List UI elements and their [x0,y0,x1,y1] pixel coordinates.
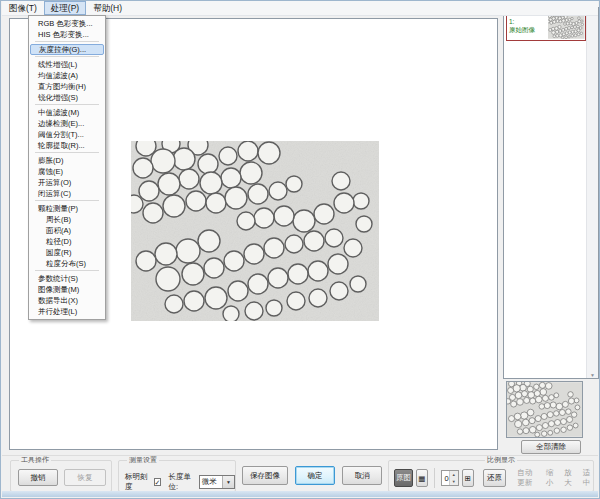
grid-view-button[interactable]: ▦ [416,469,428,487]
dropdown-menu: RGB 色彩变换...HIS 色彩变换...灰度拉伸(G)...线性增强(L)均… [28,15,106,320]
menu-separator [35,41,99,42]
zoom-value: 0 [442,471,449,485]
group-measure: 测量设置 标明刻度 ✓ 长度单位: 微米 ▼ [118,460,236,492]
history-list[interactable]: 1: 原始图像 ▲ ▼ [503,7,599,379]
dropdown-menu-item-23[interactable]: 粒径(D) [30,236,104,247]
dropdown-menu-item-13[interactable]: 轮廓提取(R)... [30,140,104,151]
dropdown-menu-item-1[interactable]: HIS 色彩变换... [30,29,104,40]
spinner-down-icon[interactable]: ▼ [450,478,458,485]
fit-icon: ⊞ [465,474,471,483]
unit-value: 微米 [200,477,222,487]
view-option-1[interactable]: 缩小 [546,468,556,488]
dropdown-menu-item-3[interactable]: 灰度拉伸(G)... [30,44,104,55]
menu-separator [35,270,99,271]
dropdown-menu-item-24[interactable]: 圆度(R) [30,247,104,258]
menu-separator [35,200,99,201]
group-view: 比例显示 原图 ▦ 0 ▲ ▼ ⊞ 还原 自动更新缩小放大适中 [388,460,594,492]
app-window: 图像(T)处理(P)帮助(H) RGB 色彩变换...HIS 色彩变换...灰度… [0,0,600,499]
group-tools: 工具操作 撤销 恢复 [10,460,112,492]
preview-panel [506,381,583,438]
undo-button[interactable]: 撤销 [18,469,58,486]
grid-icon: ▦ [418,474,425,483]
dropdown-menu-item-17[interactable]: 开运算(O) [30,177,104,188]
ok-button[interactable]: 确定 [295,466,335,485]
spinner-arrows[interactable]: ▲ ▼ [449,471,458,485]
bottom-toolbar: 工具操作 撤销 恢复 测量设置 标明刻度 ✓ 长度单位: 微米 ▼ 保存图像 确… [2,455,598,494]
menu-bar-item-1[interactable]: 处理(P) [44,1,86,15]
dropdown-menu-item-11[interactable]: 边缘检测(E)... [30,118,104,129]
history-scrollbar[interactable]: ▲ ▼ [586,8,598,378]
dropdown-menu-item-28[interactable]: 图像测量(M) [30,284,104,295]
group-measure-title: 测量设置 [127,456,159,464]
dropdown-menu-item-21[interactable]: 周长(B) [30,214,104,225]
dropdown-menu-item-7[interactable]: 直方图均衡(H) [30,81,104,92]
menu-bar-item-2[interactable]: 帮助(H) [86,1,129,15]
clear-all-button[interactable]: 全部清除 [521,440,581,454]
dropdown-menu-item-20[interactable]: 颗粒测量(P) [30,203,104,214]
menu-separator [35,104,99,105]
dropdown-menu-item-15[interactable]: 膨胀(D) [30,155,104,166]
menu-separator [35,56,99,57]
menu-bar-item-0[interactable]: 图像(T) [2,1,44,15]
menu-separator [35,152,99,153]
zoom-spinner[interactable]: 0 ▲ ▼ [441,470,459,486]
dropdown-menu-item-16[interactable]: 腐蚀(E) [30,166,104,177]
dropdown-menu-item-5[interactable]: 线性增强(L) [30,59,104,70]
group-tools-title: 工具操作 [19,456,51,464]
save-image-button[interactable]: 保存图像 [242,466,288,485]
view-option-0[interactable]: 自动更新 [517,468,538,488]
dropdown-menu-item-6[interactable]: 均值滤波(A) [30,70,104,81]
dropdown-menu-item-25[interactable]: 粒度分布(S) [30,258,104,269]
dropdown-menu-item-10[interactable]: 中值滤波(M) [30,107,104,118]
history-item-label: 原始图像 [509,26,548,34]
dropdown-menu-item-8[interactable]: 锐化增强(S) [30,92,104,103]
history-item-thumbnail [548,12,585,39]
unit-combobox[interactable]: 微米 ▼ [199,475,235,489]
view-option-3[interactable]: 适中 [583,468,593,488]
dropdown-menu-item-30[interactable]: 并行处理(L) [30,306,104,317]
history-item-caption: 1: 原始图像 [507,18,548,34]
dropdown-menu-item-27[interactable]: 参数统计(S) [30,273,104,284]
source-view-button[interactable]: 原图 [394,469,413,487]
redo-button[interactable]: 恢复 [64,469,106,486]
history-item-number: 1: [509,18,548,26]
scale-checkbox-label: 标明刻度 [125,472,151,492]
cancel-button[interactable]: 取消 [342,466,382,485]
dropdown-menu-item-22[interactable]: 面积(A) [30,225,104,236]
fit-view-button[interactable]: ⊞ [462,469,474,487]
scroll-down-icon[interactable]: ▼ [590,372,595,378]
dropdown-menu-item-0[interactable]: RGB 色彩变换... [30,18,104,29]
divider [434,468,435,488]
dropdown-menu-item-12[interactable]: 阈值分割(T)... [30,129,104,140]
preview-thumbnail [507,382,582,437]
unit-label: 长度单位: [168,472,195,492]
scale-checkbox[interactable]: ✓ [154,478,162,486]
window-bottom-edge [2,491,598,497]
spinner-up-icon[interactable]: ▲ [450,471,458,478]
particle-image [131,141,379,321]
dropdown-menu-item-18[interactable]: 闭运算(C) [30,188,104,199]
menu-bar: 图像(T)处理(P)帮助(H) [2,1,598,16]
view-options: 自动更新缩小放大适中 [517,468,593,488]
view-option-2[interactable]: 放大 [564,468,574,488]
combo-arrow-icon[interactable]: ▼ [222,476,234,488]
restore-button[interactable]: 还原 [483,469,506,487]
dropdown-menu-item-29[interactable]: 数据导出(X) [30,295,104,306]
group-view-title: 比例显示 [485,456,517,464]
